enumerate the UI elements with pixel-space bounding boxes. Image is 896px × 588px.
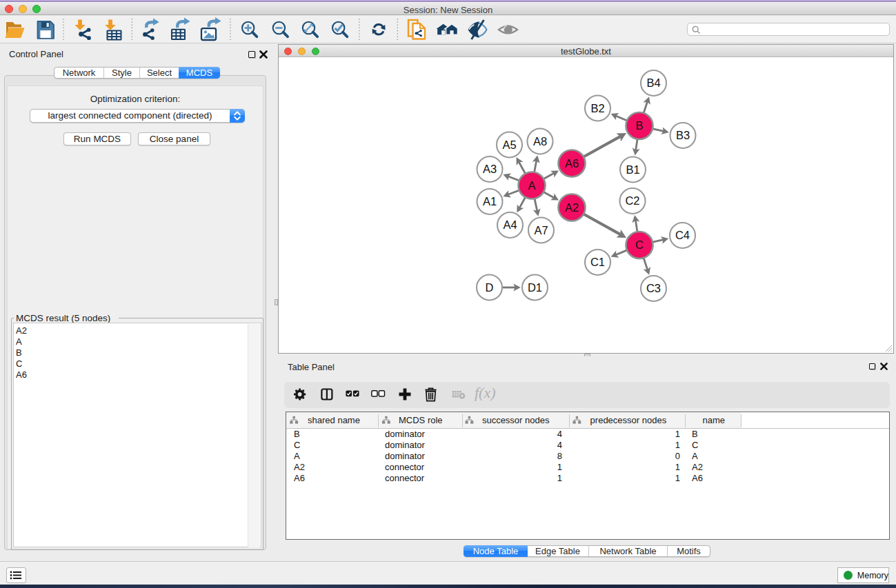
svg-text:B3: B3	[676, 129, 690, 141]
svg-text:C3: C3	[646, 282, 661, 294]
svg-text:C: C	[635, 239, 644, 251]
svg-text:A4: A4	[503, 219, 517, 231]
svg-text:D: D	[486, 281, 494, 294]
svg-text:A7: A7	[534, 224, 548, 236]
svg-text:A2: A2	[565, 201, 579, 214]
svg-text:C2: C2	[625, 194, 639, 207]
svg-text:D1: D1	[528, 281, 542, 294]
svg-text:B: B	[635, 119, 643, 132]
svg-text:A3: A3	[483, 163, 497, 175]
svg-text:A1: A1	[483, 195, 497, 207]
svg-text:A8: A8	[533, 135, 547, 148]
svg-text:C1: C1	[590, 256, 605, 268]
svg-text:A5: A5	[502, 139, 516, 151]
svg-text:C4: C4	[675, 229, 690, 241]
svg-text:B4: B4	[646, 77, 660, 89]
svg-text:B2: B2	[590, 102, 604, 114]
svg-text:B1: B1	[626, 163, 639, 176]
svg-text:A: A	[528, 179, 535, 192]
svg-text:A6: A6	[565, 157, 579, 170]
